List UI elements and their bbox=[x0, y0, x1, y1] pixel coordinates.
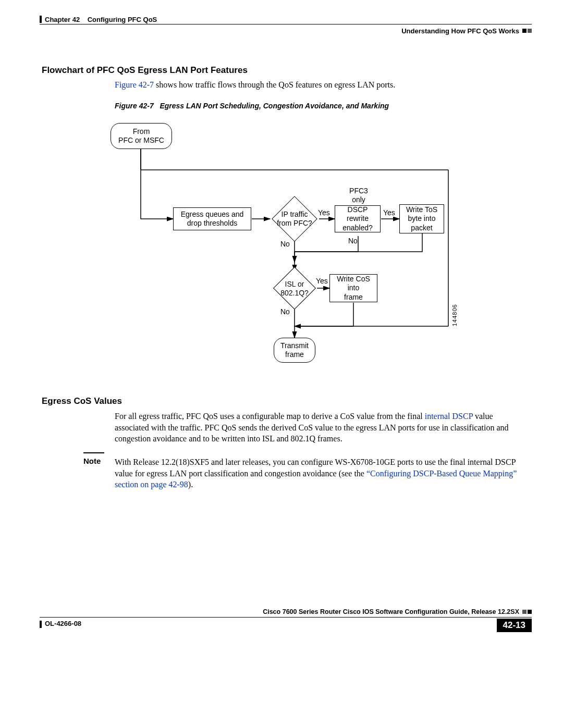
footer-rule bbox=[40, 617, 532, 618]
egress-cos-paragraph: For all egress traffic, PFC QoS uses a c… bbox=[115, 411, 527, 445]
note-rule bbox=[83, 452, 104, 453]
header-left: Chapter 42 Configuring PFC QoS bbox=[45, 16, 157, 23]
diagram-image-number: 144806 bbox=[451, 304, 458, 326]
footer-square bbox=[522, 610, 527, 614]
section-heading-egress-cos: Egress CoS Values bbox=[42, 396, 122, 406]
ecos-lead: For all egress traffic, PFC QoS uses a c… bbox=[115, 412, 425, 421]
section-heading-flowchart: Flowchart of PFC QoS Egress LAN Port Fea… bbox=[42, 65, 248, 76]
node-dscp-rewrite: DSCP rewrite enabled? bbox=[335, 205, 381, 232]
footer-square bbox=[528, 610, 532, 614]
node-transmit: Transmit frame bbox=[274, 338, 315, 363]
figure-ref-link[interactable]: Figure 42-7 bbox=[115, 80, 154, 89]
figure-caption: Figure 42-7 Egress LAN Port Scheduling, … bbox=[115, 102, 389, 110]
node-isl-label: ISL or 802.1Q? bbox=[272, 278, 317, 299]
internal-dscp-link[interactable]: internal DSCP bbox=[425, 412, 473, 421]
label-yes-3: Yes bbox=[316, 277, 328, 285]
footer-page-number: 42-13 bbox=[497, 619, 532, 632]
header-right: Understanding How PFC QoS Works bbox=[401, 27, 519, 35]
label-no-2: No bbox=[348, 237, 358, 245]
node-ip-traffic-label: IP traffic from PFC? bbox=[271, 208, 318, 229]
label-no-1: No bbox=[280, 240, 290, 248]
figure-caption-label: Figure 42-7 bbox=[115, 102, 154, 110]
label-yes-2: Yes bbox=[383, 208, 395, 217]
header-left-bar bbox=[40, 16, 42, 23]
header-right-square bbox=[528, 29, 532, 33]
note-paragraph: With Release 12.2(18)SXF5 and later rele… bbox=[115, 456, 527, 490]
note-label: Note bbox=[83, 456, 101, 465]
footer-book-title: Cisco 7600 Series Router Cisco IOS Softw… bbox=[263, 608, 519, 615]
node-egress-queues: Egress queues and drop thresholds bbox=[173, 207, 251, 230]
node-write-cos: Write CoS into frame bbox=[329, 274, 377, 302]
intro-paragraph: Figure 42-7 shows how traffic flows thro… bbox=[115, 79, 527, 91]
note-text-2: ). bbox=[188, 480, 193, 489]
chapter-title: Configuring PFC QoS bbox=[88, 16, 157, 23]
flowchart-diagram: From PFC or MSFC Egress queues and drop … bbox=[104, 119, 480, 379]
label-yes-1: Yes bbox=[318, 208, 330, 217]
node-write-tos: Write ToS byte into packet bbox=[399, 204, 444, 233]
label-no-3: No bbox=[280, 307, 290, 316]
footer-left-bar bbox=[40, 621, 42, 628]
intro-rest: shows how traffic flows through the QoS … bbox=[154, 80, 395, 89]
header-rule bbox=[40, 24, 532, 24]
chapter-label: Chapter 42 bbox=[45, 16, 80, 23]
node-start: From PFC or MSFC bbox=[111, 123, 172, 149]
footer-doc-number: OL-4266-08 bbox=[45, 620, 81, 627]
page: Chapter 42 Configuring PFC QoS Understan… bbox=[0, 0, 563, 728]
header-right-square bbox=[522, 29, 527, 33]
label-pfc3-only: PFC3 only bbox=[345, 187, 372, 204]
figure-caption-title: Egress LAN Port Scheduling, Congestion A… bbox=[160, 102, 389, 110]
